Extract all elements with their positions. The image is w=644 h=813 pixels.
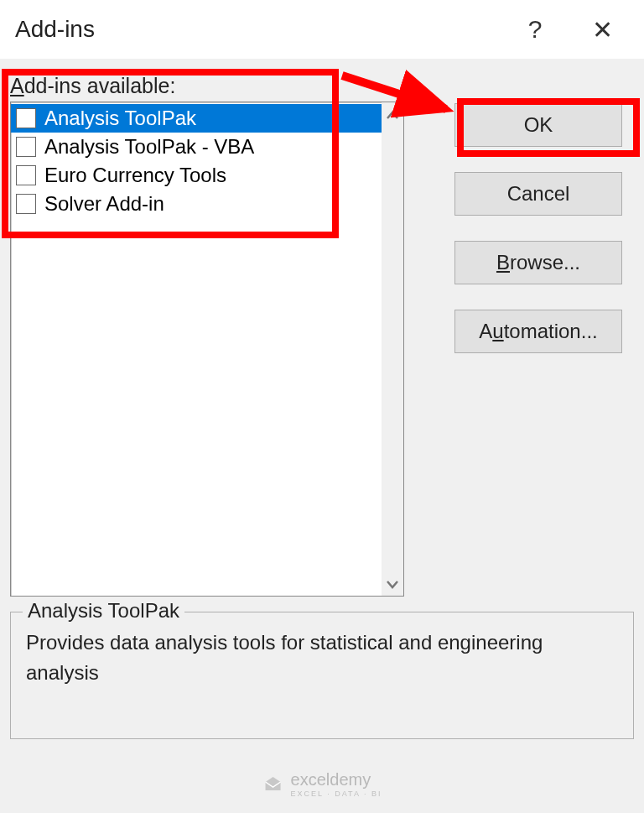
addins-listbox[interactable]: Analysis ToolPak Analysis ToolPak - VBA … (10, 102, 404, 597)
list-item[interactable]: Euro Currency Tools (11, 161, 382, 190)
checkbox[interactable] (16, 137, 36, 157)
close-button[interactable]: ✕ (569, 0, 636, 59)
titlebar: Add-ins ? ✕ (0, 0, 644, 59)
watermark-sub: EXCEL · DATA · BI (291, 790, 382, 798)
list-item[interactable]: Analysis ToolPak (11, 104, 382, 133)
list-item-label: Analysis ToolPak - VBA (44, 135, 254, 159)
watermark: exceldemy EXCEL · DATA · BI (262, 770, 382, 798)
help-button[interactable]: ? (501, 0, 569, 59)
checkbox[interactable] (16, 194, 36, 214)
watermark-logo-icon (262, 774, 284, 795)
addins-available-label: Add-ins available: (10, 74, 634, 98)
cancel-button[interactable]: Cancel (454, 172, 622, 216)
addins-list-items: Analysis ToolPak Analysis ToolPak - VBA … (11, 102, 382, 596)
dialog-body: Add-ins available: Analysis ToolPak Anal… (0, 59, 644, 748)
list-item-label: Euro Currency Tools (44, 164, 226, 187)
list-item-label: Solver Add-in (44, 192, 164, 216)
automation-button[interactable]: Automation... (454, 310, 622, 353)
checkbox[interactable] (16, 165, 36, 185)
ok-button[interactable]: OK (454, 103, 622, 147)
list-item[interactable]: Analysis ToolPak - VBA (11, 133, 382, 161)
list-item-label: Analysis ToolPak (44, 107, 196, 130)
addin-description: Provides data analysis tools for statist… (26, 628, 618, 688)
scroll-down-icon[interactable] (386, 576, 399, 592)
list-item[interactable]: Solver Add-in (11, 190, 382, 218)
watermark-brand: exceldemy (291, 770, 371, 789)
checkbox[interactable] (16, 108, 36, 128)
browse-button[interactable]: Browse... (454, 241, 622, 284)
buttons-column: OK Cancel Browse... Automation... (454, 103, 622, 353)
scrollbar[interactable] (382, 102, 403, 596)
scroll-up-icon[interactable] (386, 106, 399, 122)
dialog-title: Add-ins (15, 16, 501, 43)
addin-detail-group: Analysis ToolPak Provides data analysis … (10, 612, 634, 739)
addin-detail-legend: Analysis ToolPak (23, 599, 184, 623)
close-icon: ✕ (592, 15, 613, 44)
help-icon: ? (528, 15, 543, 44)
